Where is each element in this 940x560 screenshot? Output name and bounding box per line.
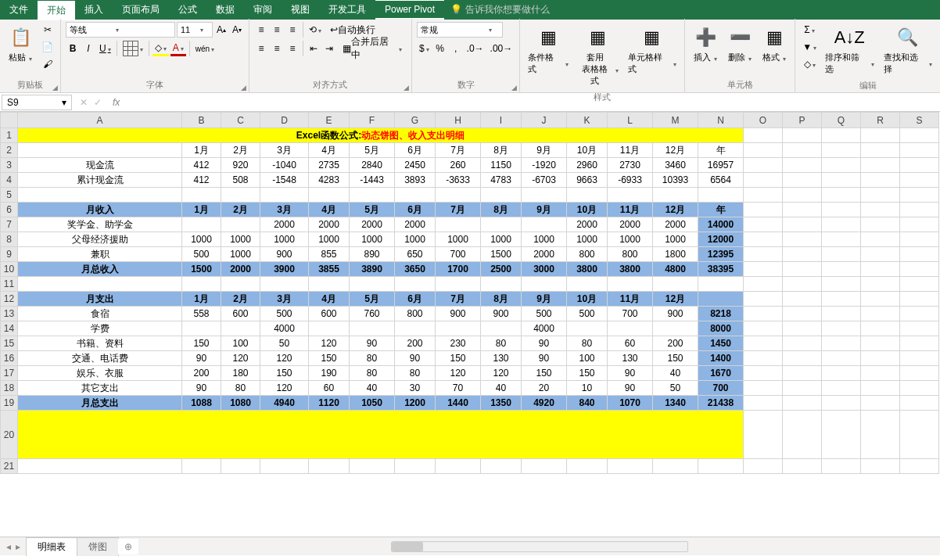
cell[interactable] <box>900 158 939 173</box>
cell[interactable]: 奖学金、助学金 <box>18 217 182 232</box>
cell[interactable]: 60 <box>608 336 653 351</box>
tab-insert[interactable]: 插入 <box>75 0 113 20</box>
grid[interactable]: ABCDEFGHIJKLMNOPQRS 1Excel函数公式:动态饼图、收入支出… <box>0 112 940 537</box>
cell[interactable]: 1000 <box>395 232 436 247</box>
cell[interactable]: 5月 <box>350 143 395 158</box>
chevron-down-icon[interactable]: ▾ <box>113 27 121 34</box>
cell[interactable] <box>783 366 822 381</box>
cell[interactable] <box>783 396 822 411</box>
cell[interactable] <box>481 188 522 203</box>
cell[interactable] <box>900 203 939 217</box>
cell[interactable]: 兼职 <box>18 247 182 262</box>
cell[interactable] <box>900 351 939 366</box>
format-painter-button[interactable] <box>39 56 56 72</box>
cell[interactable] <box>822 232 861 247</box>
cell[interactable] <box>900 128 939 143</box>
cell[interactable] <box>783 292 822 307</box>
align-right-button[interactable]: ≡ <box>285 41 300 56</box>
row-header[interactable]: 1 <box>1 128 18 143</box>
cell[interactable]: 90 <box>608 381 653 396</box>
cell[interactable]: 900 <box>653 307 698 321</box>
cell[interactable]: -1040 <box>260 158 309 173</box>
orientation-button[interactable]: ⟲ <box>307 22 324 38</box>
tab-layout[interactable]: 页面布局 <box>113 0 169 20</box>
cell[interactable]: 1450 <box>698 336 744 351</box>
column-header[interactable]: E <box>309 113 350 128</box>
row-header[interactable]: 5 <box>1 188 18 203</box>
first-sheet-button[interactable]: ◂ <box>6 541 11 552</box>
comma-button[interactable]: , <box>449 41 463 56</box>
cell[interactable] <box>436 321 481 336</box>
cell[interactable] <box>653 188 698 203</box>
delete-button[interactable]: ➖删除 <box>724 22 755 66</box>
cell[interactable]: 200 <box>182 366 221 381</box>
cell[interactable] <box>900 366 939 381</box>
cell[interactable] <box>900 173 939 188</box>
underline-button[interactable]: U <box>97 41 113 56</box>
cell[interactable]: 120 <box>260 351 309 366</box>
cell[interactable] <box>900 143 939 158</box>
cell[interactable] <box>436 217 481 232</box>
cell[interactable] <box>861 381 900 396</box>
cell[interactable] <box>481 277 522 292</box>
cell[interactable]: 1000 <box>522 232 567 247</box>
border-button[interactable] <box>120 41 145 56</box>
tab-review[interactable]: 审阅 <box>244 0 282 20</box>
cell[interactable]: 2000 <box>522 247 567 262</box>
cell[interactable]: -6703 <box>522 173 567 188</box>
cell[interactable] <box>436 459 481 474</box>
cell[interactable]: 2000 <box>395 217 436 232</box>
cell[interactable] <box>783 321 822 336</box>
cell[interactable] <box>900 217 939 232</box>
cell[interactable]: 650 <box>395 247 436 262</box>
cell[interactable]: 6月 <box>395 203 436 217</box>
cell[interactable] <box>783 143 822 158</box>
decrease-font-button[interactable]: A▾ <box>230 22 244 38</box>
cell[interactable]: 80 <box>567 336 608 351</box>
cell[interactable]: 1000 <box>309 232 350 247</box>
cell[interactable] <box>900 321 939 336</box>
cell[interactable]: 600 <box>309 307 350 321</box>
cell[interactable] <box>395 459 436 474</box>
cell[interactable]: 2960 <box>567 158 608 173</box>
cell[interactable]: 508 <box>221 173 260 188</box>
cell[interactable]: 230 <box>436 336 481 351</box>
cell[interactable] <box>698 292 744 307</box>
tell-me-search[interactable]: 💡 告诉我你想要做什么 <box>444 0 940 20</box>
column-header[interactable]: I <box>481 113 522 128</box>
cell[interactable] <box>861 217 900 232</box>
cell[interactable]: 80 <box>350 366 395 381</box>
tab-dev[interactable]: 开发工具 <box>319 0 375 20</box>
cut-button[interactable] <box>39 22 56 38</box>
cell[interactable]: 8月 <box>481 143 522 158</box>
number-format-input[interactable] <box>418 25 486 34</box>
cell[interactable] <box>783 128 822 143</box>
cell[interactable]: 70 <box>436 381 481 396</box>
cell[interactable] <box>783 247 822 262</box>
add-sheet-button[interactable]: ⊕ <box>118 539 138 555</box>
font-size-combo[interactable]: ▾ <box>177 22 213 38</box>
cell[interactable] <box>861 351 900 366</box>
cell[interactable] <box>744 396 783 411</box>
cell[interactable]: 412 <box>182 158 221 173</box>
cell[interactable]: 500 <box>260 307 309 321</box>
cell[interactable]: 80 <box>350 351 395 366</box>
cell[interactable]: 10月 <box>567 292 608 307</box>
cell[interactable]: 500 <box>182 247 221 262</box>
cell[interactable] <box>822 292 861 307</box>
cell[interactable]: 180 <box>221 366 260 381</box>
cell[interactable]: 800 <box>567 247 608 262</box>
cell[interactable] <box>18 277 182 292</box>
name-box[interactable]: S9 ▾ <box>2 95 72 110</box>
cell[interactable] <box>350 459 395 474</box>
cell[interactable] <box>822 217 861 232</box>
cell[interactable] <box>608 321 653 336</box>
align-center-button[interactable]: ≡ <box>270 41 284 56</box>
cell[interactable]: 1088 <box>182 396 221 411</box>
cell[interactable]: 150 <box>436 351 481 366</box>
format-table-button[interactable]: ▦套用 表格格式 <box>575 22 622 90</box>
cell[interactable]: 6月 <box>395 292 436 307</box>
cell[interactable] <box>783 232 822 247</box>
title-cell[interactable]: Excel函数公式:动态饼图、收入支出明细 <box>18 128 744 143</box>
cell[interactable]: 150 <box>260 366 309 381</box>
